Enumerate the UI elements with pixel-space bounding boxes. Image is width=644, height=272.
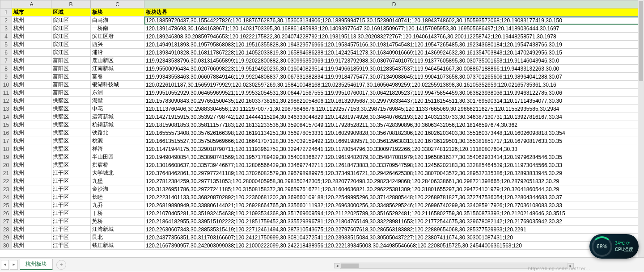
cell-boundary[interactable]: 120.18159081853,30.358111577183;120.1813…: [144, 121, 644, 129]
cell-boundary[interactable]: 120.21864182955,30.339515102223;120.2185…: [144, 218, 644, 226]
row-header[interactable]: 28: [0, 226, 12, 234]
cell-area[interactable]: 拱墅区: [51, 113, 91, 121]
cell-boundary[interactable]: 119.92343538796,30.031314565899;119.9202…: [144, 57, 644, 65]
cell-block[interactable]: 笕桥: [91, 218, 144, 226]
cell-block[interactable]: 西兴: [91, 41, 144, 49]
cell-boundary[interactable]: 120.22630607343,30.288535315419;120.2271…: [144, 226, 644, 234]
cell-block[interactable]: 滨江区府: [91, 33, 144, 41]
cell-boundary[interactable]: 120.14271915915,30.353927798742;120.1444…: [144, 113, 644, 121]
cell-area[interactable]: 江干区: [51, 242, 91, 250]
cell-city[interactable]: 杭州: [12, 226, 51, 234]
header-boundary[interactable]: 板块边界: [144, 8, 644, 17]
row-header[interactable]: 21: [0, 169, 12, 177]
cell-city[interactable]: 杭州: [12, 57, 51, 65]
cell-block[interactable]: 九堡: [91, 177, 144, 185]
cell-boundary[interactable]: 119.99343558463,30.066078849146;119.9920…: [144, 73, 644, 81]
col-header-D[interactable]: D: [144, 0, 644, 8]
row-header[interactable]: 11: [0, 89, 12, 97]
col-header-C[interactable]: C: [91, 0, 144, 8]
cell-city[interactable]: 杭州: [12, 145, 51, 153]
cell-area[interactable]: 富阳区: [51, 65, 91, 73]
row-header[interactable]: 22: [0, 177, 12, 185]
row-header[interactable]: 13: [0, 105, 12, 113]
cell-block[interactable]: 富春: [91, 73, 144, 81]
sheet-tab-active[interactable]: 杭州板块: [20, 259, 53, 270]
cell-city[interactable]: 杭州: [12, 97, 51, 105]
cell-block[interactable]: 大学城北: [91, 169, 144, 177]
row-header[interactable]: 8: [0, 65, 12, 73]
cell-city[interactable]: 杭州: [12, 137, 51, 145]
sheet-nav-next[interactable]: ►: [10, 260, 18, 270]
cell-block[interactable]: 拱宸桥: [91, 161, 144, 169]
cell-city[interactable]: 杭州: [12, 33, 51, 41]
vscroll-thumb[interactable]: [639, 1, 643, 81]
row-header[interactable]: 4: [0, 33, 12, 41]
cell-area[interactable]: 富阳区: [51, 57, 91, 65]
sheet-nav-prev[interactable]: ◄: [1, 260, 9, 270]
cell-boundary[interactable]: 120.15783090843,30.297651500435;120.1603…: [144, 97, 644, 105]
cell-city[interactable]: 杭州: [12, 169, 51, 177]
cell-city[interactable]: 杭州: [12, 234, 51, 242]
cell-city[interactable]: 杭州: [12, 121, 51, 129]
cell-area[interactable]: 江干区: [51, 169, 91, 177]
cell-block[interactable]: 江湾新城: [91, 226, 144, 234]
cell-boundary[interactable]: 119.95500096434,30.020706098223;119.9519…: [144, 65, 644, 73]
cell-boundary[interactable]: 120.1113760406,30.29883304656;120.112297…: [144, 105, 644, 113]
cell-city[interactable]: 杭州: [12, 193, 51, 201]
cell-block[interactable]: 祥符: [91, 145, 144, 153]
cell-block[interactable]: 白马湖: [91, 17, 144, 25]
cell-boundary[interactable]: 120.22231401133,30.368208702892;120.2236…: [144, 193, 644, 201]
row-header[interactable]: 20: [0, 161, 12, 169]
cell-boundary[interactable]: 120.11471944175,30.329018790711;120.1119…: [144, 145, 644, 153]
cell-boundary[interactable]: 120.13934910328,30.168117867228;120.1405…: [144, 49, 644, 57]
cell-city[interactable]: 杭州: [12, 218, 51, 226]
header-city[interactable]: 城市: [12, 8, 51, 17]
row-header[interactable]: 3: [0, 25, 12, 33]
cell-block[interactable]: 桃源: [91, 137, 144, 145]
cell-area[interactable]: 江干区: [51, 218, 91, 226]
cell-city[interactable]: 杭州: [12, 129, 51, 137]
cell-city[interactable]: 杭州: [12, 105, 51, 113]
cell-boundary[interactable]: 120.21667390957,30.242003099038;120.2100…: [144, 242, 644, 250]
row-header[interactable]: 5: [0, 41, 12, 49]
vertical-scrollbar[interactable]: [638, 0, 644, 257]
cell-area[interactable]: 江干区: [51, 226, 91, 234]
row-header[interactable]: 1: [0, 8, 12, 17]
cell-city[interactable]: 杭州: [12, 201, 51, 209]
cell-city[interactable]: 杭州: [12, 161, 51, 169]
cell-boundary[interactable]: 120.24377356351,30.311703166607;120.2412…: [144, 234, 644, 242]
cell-boundary[interactable]: 120.0226101187,30.156591979929;120.02302…: [144, 81, 644, 89]
select-all-corner[interactable]: [0, 0, 12, 8]
cell-boundary[interactable]: 120.26819890949,30.338806144021;120.2692…: [144, 201, 644, 209]
hscroll-left[interactable]: ◄: [334, 263, 340, 268]
cell-area[interactable]: 滨江区: [51, 33, 91, 41]
row-header[interactable]: 12: [0, 97, 12, 105]
cell-block[interactable]: 艮北: [91, 234, 144, 242]
row-header[interactable]: 6: [0, 49, 12, 57]
cell-city[interactable]: 杭州: [12, 209, 51, 218]
cell-area[interactable]: 拱墅区: [51, 153, 91, 161]
cell-area[interactable]: 江干区: [51, 193, 91, 201]
row-header[interactable]: 27: [0, 218, 12, 226]
cell-city[interactable]: 杭州: [12, 73, 51, 81]
cell-area[interactable]: 拱墅区: [51, 97, 91, 105]
cell-area[interactable]: 拱墅区: [51, 161, 91, 169]
cell-boundary[interactable]: 120.13016608637,30.335739446677;120.1280…: [144, 161, 644, 169]
cell-area[interactable]: 江干区: [51, 177, 91, 185]
row-header[interactable]: 10: [0, 81, 12, 89]
cell-city[interactable]: 杭州: [12, 153, 51, 161]
cell-area[interactable]: 江干区: [51, 234, 91, 242]
cell-area[interactable]: 滨江区: [51, 41, 91, 49]
cell-area[interactable]: 拱墅区: [51, 121, 91, 129]
cell-city[interactable]: 杭州: [12, 185, 51, 193]
cell-area[interactable]: 拱墅区: [51, 145, 91, 153]
cell-block[interactable]: 银湖科技城: [91, 81, 144, 89]
cell-area[interactable]: 拱墅区: [51, 137, 91, 145]
row-header[interactable]: 2: [0, 17, 12, 25]
cell-city[interactable]: 杭州: [12, 81, 51, 89]
cell-area[interactable]: 江干区: [51, 209, 91, 218]
cell-block[interactable]: 铁路北: [91, 129, 144, 137]
row-header[interactable]: 29: [0, 234, 12, 242]
col-header-A[interactable]: A: [12, 0, 51, 8]
cell-block[interactable]: 申花: [91, 105, 144, 113]
